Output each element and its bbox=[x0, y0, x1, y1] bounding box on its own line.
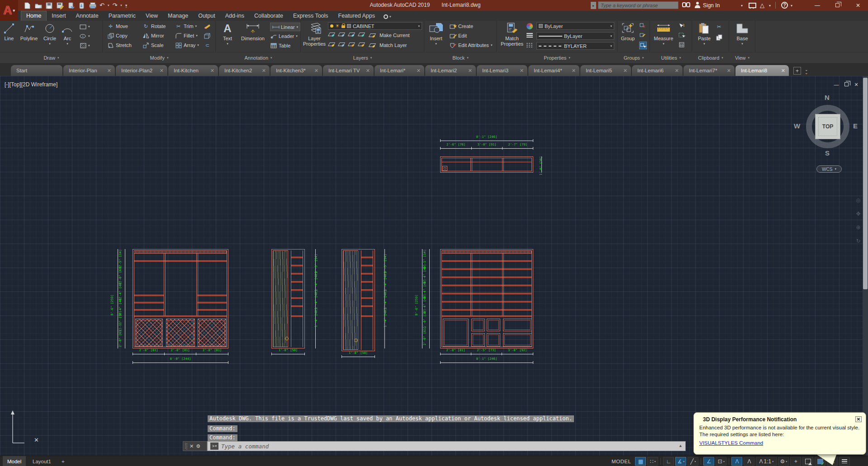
object-color-combo[interactable]: ByLayer▾ bbox=[536, 22, 614, 30]
panel-label-modify[interactable]: Modify bbox=[103, 52, 216, 63]
trim-button[interactable]: ✂Trim▾ bbox=[175, 23, 197, 29]
command-prompt-icon[interactable]: >▾ bbox=[210, 442, 218, 450]
tab-home[interactable]: Home bbox=[21, 11, 47, 21]
save-as-icon[interactable] bbox=[56, 2, 64, 9]
panel-label-draw[interactable]: Draw bbox=[0, 52, 103, 63]
viewcube-north[interactable]: N bbox=[825, 94, 830, 101]
notification-close-icon[interactable]: ✕ bbox=[855, 416, 862, 422]
close-command-icon[interactable]: ✕ bbox=[190, 443, 194, 449]
customize-wrench-icon[interactable]: ⚙ bbox=[196, 443, 200, 449]
copy-clip-tool[interactable] bbox=[716, 34, 722, 41]
explode-tool[interactable] bbox=[204, 33, 211, 39]
save-icon[interactable] bbox=[45, 2, 53, 9]
undo-caret-icon[interactable]: ▾ bbox=[108, 4, 109, 7]
annotation-visibility-toggle[interactable]: Λ bbox=[731, 457, 742, 466]
quick-select-tool[interactable] bbox=[678, 23, 685, 29]
panel-label-utilities[interactable]: Utilities bbox=[650, 52, 692, 63]
command-line[interactable]: ✕ ⚙ >▾ Type a command ▲ bbox=[183, 441, 686, 451]
mirror-button[interactable]: Mirror bbox=[142, 33, 164, 39]
file-tab[interactable]: Int-Lemari*✕ bbox=[375, 65, 424, 76]
file-tab[interactable]: Int-Lemari2✕ bbox=[425, 65, 476, 76]
array-button[interactable]: Array▾ bbox=[175, 42, 199, 48]
grid-toggle[interactable]: ▦ bbox=[635, 457, 646, 466]
tab-manage[interactable]: Manage bbox=[163, 11, 193, 21]
print-icon[interactable] bbox=[89, 2, 96, 9]
leader-button[interactable]: Leader▾ bbox=[270, 33, 298, 39]
layer-tool-thaw[interactable] bbox=[349, 42, 354, 46]
workspace-switch-button[interactable]: ⚙▾ bbox=[778, 457, 789, 466]
search-icon[interactable] bbox=[682, 2, 691, 8]
canvas-scrollbar-thumb[interactable] bbox=[863, 78, 868, 289]
undo-icon[interactable]: ↶ bbox=[100, 2, 104, 9]
ellipse-tool[interactable]: ▾ bbox=[80, 33, 90, 39]
layer-tool-lock[interactable] bbox=[359, 33, 364, 36]
layer-properties-button[interactable]: Layer Properties bbox=[303, 21, 326, 47]
command-grip[interactable]: ✕ ⚙ bbox=[183, 441, 207, 451]
sign-in-button[interactable]: Sign In bbox=[703, 2, 720, 9]
model-space-badge[interactable]: MODEL bbox=[612, 459, 631, 464]
share-icon[interactable]: △ bbox=[760, 2, 764, 9]
scale-button[interactable]: Scale bbox=[142, 42, 164, 48]
history-up-icon[interactable]: ▲ bbox=[678, 443, 683, 448]
copy-button[interactable]: Copy bbox=[107, 33, 128, 39]
layer-tool-on[interactable] bbox=[329, 42, 334, 46]
viewport-close-icon[interactable]: ✕ bbox=[852, 82, 860, 88]
visualstyles-link[interactable]: VISUALSTYLES Command bbox=[699, 440, 763, 446]
circle-button[interactable]: Circle▾ bbox=[41, 21, 59, 47]
object-snap-tracking-toggle[interactable]: ∠ bbox=[703, 457, 714, 466]
text-button[interactable]: A Text▾ bbox=[218, 21, 237, 47]
file-tab[interactable]: Int-Lemari6✕ bbox=[632, 65, 683, 76]
navbar-wheel-icon[interactable]: ◎ bbox=[855, 197, 862, 204]
file-tab[interactable]: Int-Lemari TV✕ bbox=[323, 65, 374, 76]
customization-button[interactable] bbox=[839, 457, 850, 466]
drawing-canvas[interactable] bbox=[0, 76, 868, 456]
file-tab[interactable]: Interior-Plan2✕ bbox=[116, 65, 167, 76]
viewport-restore-icon[interactable] bbox=[842, 82, 850, 87]
ribbon-display-toggle[interactable]: ▾ bbox=[384, 14, 391, 19]
quick-properties-toggle[interactable] bbox=[802, 457, 813, 466]
quick-calculator-tool[interactable] bbox=[678, 42, 685, 48]
file-tab[interactable]: Int-Kitchen✕ bbox=[168, 65, 218, 76]
tab-express-tools[interactable]: Express Tools bbox=[288, 11, 333, 21]
mobile-publish-icon[interactable] bbox=[78, 2, 85, 9]
tab-view[interactable]: View bbox=[141, 11, 163, 21]
panel-label-block[interactable]: Block bbox=[424, 52, 497, 63]
layer-tool-freeze[interactable] bbox=[349, 33, 354, 36]
linear-dim-button[interactable]: Linear▾ bbox=[270, 23, 300, 31]
tab-overflow-button[interactable]: ⌄⌄ bbox=[805, 68, 808, 75]
close-button[interactable]: ✕ bbox=[850, 0, 866, 10]
file-tab[interactable]: Int-Kitchen2✕ bbox=[219, 65, 270, 76]
layer-tool-unlock[interactable] bbox=[359, 42, 364, 46]
match-properties-button[interactable]: Match Properties bbox=[499, 21, 525, 47]
share-caret-icon[interactable]: ▾ bbox=[769, 4, 771, 8]
file-tab[interactable]: Int-Lemari5✕ bbox=[580, 65, 631, 76]
rotate-button[interactable]: ↻Rotate bbox=[142, 23, 166, 29]
table-button[interactable]: Table bbox=[270, 42, 290, 49]
group-selection-toggle[interactable] bbox=[639, 42, 647, 49]
tab-output[interactable]: Output bbox=[193, 11, 220, 21]
edit-attributes-button[interactable]: Edit Attributes▾ bbox=[450, 42, 492, 48]
wcs-dropdown[interactable]: WCS bbox=[816, 165, 842, 173]
rectangle-tool[interactable]: ▾ bbox=[80, 24, 90, 30]
qat-menu-icon[interactable]: ▾̱ bbox=[125, 3, 128, 8]
viewcube-west[interactable]: W bbox=[794, 122, 800, 130]
store-cart-icon[interactable] bbox=[749, 2, 756, 8]
layout1-tab[interactable]: Layout1 bbox=[28, 456, 56, 466]
cut-tool[interactable]: ✂ bbox=[716, 24, 722, 30]
file-tab[interactable]: Int-Lemari7*✕ bbox=[683, 65, 735, 76]
command-input[interactable]: >▾ Type a command ▲ bbox=[207, 441, 686, 451]
open-folder-icon[interactable] bbox=[34, 2, 42, 9]
panel-label-annotation[interactable]: Annotation bbox=[216, 52, 301, 63]
layer-select-combo[interactable]: ☀ CABINET ▾ bbox=[328, 22, 422, 30]
panel-label-groups[interactable]: Groups bbox=[617, 52, 650, 63]
plot-icon[interactable] bbox=[67, 2, 75, 9]
base-button[interactable]: Base▾ bbox=[733, 21, 752, 47]
paste-button[interactable]: Paste▾ bbox=[695, 21, 714, 47]
search-input[interactable]: Type a keyword or phrase bbox=[598, 1, 678, 9]
arc-button[interactable]: Arc▾ bbox=[60, 21, 75, 47]
panel-label-view[interactable]: View bbox=[729, 52, 755, 63]
tab-add-ins[interactable]: Add-ins bbox=[220, 11, 249, 21]
viewport-controls[interactable]: [-][Top][2D Wireframe] bbox=[5, 81, 57, 88]
navbar-orbit-icon[interactable]: ↻ bbox=[855, 238, 862, 245]
object-snap-toggle[interactable]: ⊡▾ bbox=[716, 457, 726, 466]
